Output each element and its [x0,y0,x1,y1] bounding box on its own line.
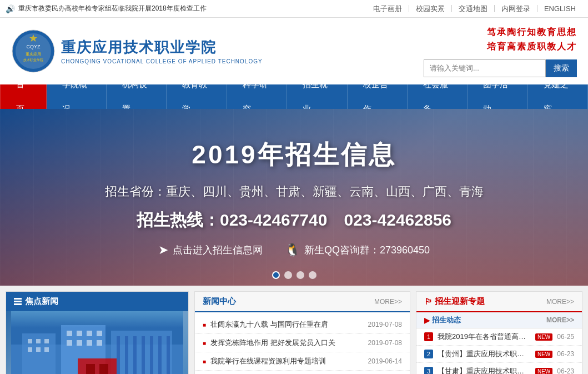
focus-news-header: 焦点新闻 [6,292,188,311]
top-bar: 🔊 重庆市教委民办高校年检专家组莅临我院开展2018年度检查工作 电子画册 校园… [0,0,588,18]
svg-rect-20 [97,331,102,336]
speaker-icon: 🔊 [6,4,15,13]
bottom-row: 焦点新闻 [0,286,588,374]
news-item-text[interactable]: 我院举行在线课程资源利用专题培训 [210,356,364,366]
list-item: 2 【贵州】重庆应用技术职业学... NEW 06-23 [416,346,582,363]
main-nav: 首页 学院概况 机构设置 教育教学 科学研究 招生就业 校企合作 社会服务 团学… [0,84,588,109]
header-right: 笃承陶行知教育思想 培育高素质职教人才 搜索 [424,25,577,77]
enrollment-subsection-icon: ▶ [424,316,430,325]
svg-rect-15 [36,347,41,352]
news-item-date: 2019-07-08 [368,321,402,328]
news-center-more[interactable]: MORE>> [374,298,402,306]
svg-rect-23 [87,340,92,346]
svg-rect-14 [28,347,32,352]
news-center-section: 新闻中心 MORE>> ■ 壮阔东瀛九十八载 与国同行任重在肩 2019-07-… [194,291,410,374]
svg-rect-22 [77,340,82,346]
bullet-icon: ■ [203,322,206,328]
svg-rect-31 [133,336,137,374]
bullet-icon: ■ [203,358,206,365]
enroll-date-2: 06-23 [557,350,574,358]
list-item: ■ 壮阔东瀛九十八载 与国同行任重在肩 2019-07-08 [195,316,410,334]
enroll-num-2: 2 [424,350,433,358]
enroll-date-1: 06-25 [557,333,574,341]
qq-icon: 🐧 [285,243,300,257]
arrow-icon: ➤ [158,243,168,257]
enroll-item-text-2[interactable]: 【贵州】重庆应用技术职业学... [438,349,531,359]
news-item-date: 2019-06-14 [368,357,402,365]
bullet-icon: ■ [203,340,206,346]
focus-news-section: 焦点新闻 [6,291,189,374]
search-box: 搜索 [424,59,577,77]
new-badge: NEW [535,333,552,341]
svg-rect-24 [97,340,102,346]
news-item-text[interactable]: 壮阔东瀛九十八载 与国同行任重在肩 [210,320,364,330]
banner-links: ➤ 点击进入招生信息网 🐧 新生QQ咨询群：273960450 [0,243,588,257]
news-item-text[interactable]: 发挥党栋阵地作用 把好发展党员入口关 [210,338,364,348]
focus-news-title: 焦点新闻 [25,296,58,307]
svg-rect-28 [99,364,108,374]
svg-rect-27 [86,364,95,374]
logo-text-area: 重庆应用技术职业学院 CHONGQING VOCATIONAL COLLEGE … [61,38,263,64]
enroll-date-3: 06-23 [557,367,574,374]
svg-text:CQYZ: CQYZ [26,44,41,49]
svg-rect-32 [142,336,145,374]
svg-rect-35 [167,336,170,374]
flag-icon: 🏳 [424,297,433,306]
search-input[interactable] [424,59,546,77]
enrollment-title-text: 招生迎新专题 [435,296,485,307]
enrollment-subsection-label: 招生动态 [432,315,461,325]
svg-rect-26 [78,358,117,374]
svg-rect-16 [44,347,49,352]
list-item: ■ 发挥党栋阵地作用 把好发展党员入口关 2019-07-08 [195,334,410,352]
new-badge: NEW [535,368,552,375]
nav-link-campus[interactable]: 校园实景 [409,5,452,12]
enroll-item-text-3[interactable]: 【甘肃】重庆应用技术职业学... [438,366,531,374]
list-item: ■ 不负韶华勇争先，不负青春建新功 2019-06-28 [195,371,410,374]
banner-link-enrollment[interactable]: ➤ 点击进入招生信息网 [158,243,263,257]
banner: 2019年招生信息 招生省份：重庆、四川、贵州、甘肃、新疆、云南、山西、广西、青… [0,109,588,286]
svg-rect-21 [67,340,72,346]
svg-rect-17 [67,331,72,336]
svg-rect-34 [158,336,162,374]
focus-image-svg [11,311,183,374]
svg-rect-25 [11,311,183,328]
enroll-num-3: 3 [424,367,433,374]
svg-rect-12 [36,339,41,343]
enrollment-list: ▶ 招生动态 MORE>> 1 我院2019年在各省普通高考志... NEW 0… [416,312,582,374]
nav-link-intranet[interactable]: 内网登录 [495,5,537,12]
banner-dot-1[interactable] [272,271,280,279]
nav-link-map[interactable]: 交通地图 [452,5,495,12]
list-item: 1 我院2019年在各省普通高考志... NEW 06-25 [416,328,582,346]
svg-rect-33 [150,336,153,374]
top-bar-news: 🔊 重庆市教委民办高校年检专家组莅临我院开展2018年度检查工作 [6,4,366,13]
svg-rect-30 [125,336,128,374]
banner-hotline: 招生热线：023-42467740 023-42462856 [0,209,588,232]
svg-text:技术职业学院: 技术职业学院 [23,58,43,62]
banner-dots [272,271,316,279]
enrollment-header: 🏳 招生迎新专题 MORE>> [416,292,582,312]
svg-rect-19 [87,331,92,336]
svg-rect-29 [117,336,120,374]
top-bar-news-text: 重庆市教委民办高校年检专家组莅临我院开展2018年度检查工作 [18,4,207,13]
svg-rect-18 [77,331,82,336]
list-item: 3 【甘肃】重庆应用技术职业学... NEW 06-23 [416,363,582,374]
banner-dot-2[interactable] [284,271,292,279]
focus-news-image [6,311,188,374]
enrollment-section: 🏳 招生迎新专题 MORE>> ▶ 招生动态 MORE>> 1 我院2019年在… [416,291,582,374]
nav-link-ebook[interactable]: 电子画册 [366,5,409,12]
svg-rect-11 [28,339,32,343]
nav-link-english[interactable]: ENGLISH [537,5,582,12]
enrollment-more[interactable]: MORE>> [546,298,574,306]
top-bar-links: 电子画册 校园实景 交通地图 内网登录 ENGLISH [366,5,582,12]
banner-title: 2019年招生信息 [0,138,588,172]
search-button[interactable]: 搜索 [546,59,577,77]
list-item: ■ 我院举行在线课程资源利用专题培训 2019-06-14 [195,352,410,371]
enrollment-dynamic-more[interactable]: MORE>> [546,316,574,324]
banner-dot-4[interactable] [309,271,316,279]
news-item-date: 2019-07-08 [368,339,402,347]
header: CQYZ 重庆应用 技术职业学院 重庆应用技术职业学院 CHONGQING VO… [0,18,588,84]
enroll-item-text-1[interactable]: 我院2019年在各省普通高考志... [438,332,531,342]
banner-link-qq-text: 新生QQ咨询群：273960450 [304,243,430,257]
banner-link-qq[interactable]: 🐧 新生QQ咨询群：273960450 [285,243,430,257]
banner-dot-3[interactable] [296,271,304,279]
